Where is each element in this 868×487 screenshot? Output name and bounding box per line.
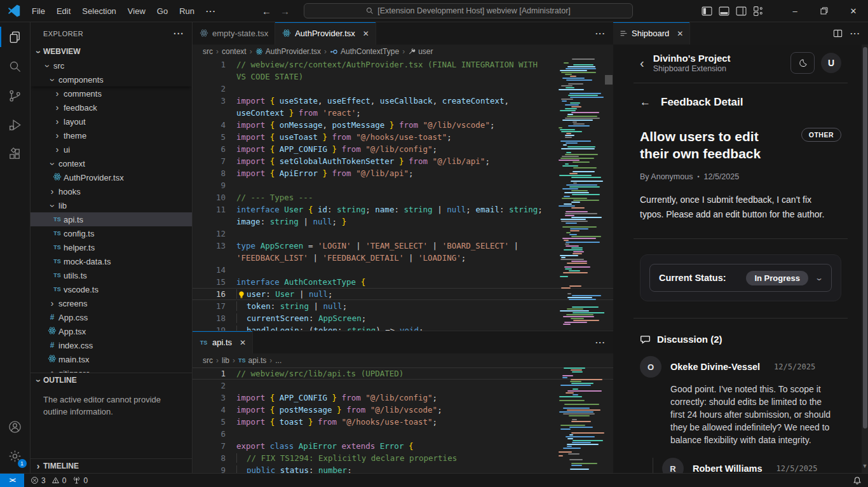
section-timeline[interactable]: › TIMELINE: [31, 458, 192, 473]
editor-more-actions[interactable]: ···: [595, 29, 606, 38]
tree-item-AuthProvider.tsx[interactable]: AuthProvider.tsx: [31, 170, 192, 184]
code-line[interactable]: image: string | null; }: [193, 216, 613, 228]
code-line[interactable]: 8import { ApiError } from "@/lib/api";: [193, 167, 613, 179]
settings-gear-icon[interactable]: 1: [0, 441, 31, 470]
breadcrumb-more[interactable]: ...: [275, 356, 281, 365]
menu-edit[interactable]: Edit: [51, 4, 76, 18]
toggle-panel-icon[interactable]: [719, 6, 729, 17]
tree-item-screens[interactable]: ›screens: [31, 296, 192, 310]
tree-item-mock-data.ts[interactable]: TSmock-data.ts: [31, 254, 192, 268]
ports-indicator[interactable]: 0: [72, 476, 88, 485]
tab-shipboard[interactable]: Shipboard ✕: [613, 22, 690, 45]
tree-item-index.css[interactable]: #index.css: [31, 338, 192, 352]
code-line[interactable]: 3import { APP_CONFIG } from "@/lib/confi…: [193, 392, 613, 404]
editor-scrollbar[interactable]: [605, 75, 613, 85]
user-avatar[interactable]: U: [821, 53, 841, 73]
scroll-down-arrow-icon[interactable]: ▼: [862, 463, 868, 469]
code-line[interactable]: 17 token: string | null;: [193, 300, 613, 312]
back-chevron-icon[interactable]: ‹: [640, 56, 644, 71]
menu-file[interactable]: File: [27, 4, 50, 18]
breadcrumb-file[interactable]: TS api.ts: [238, 356, 266, 365]
code-line[interactable]: 3import { useState, useEffect, useCallba…: [193, 95, 613, 107]
breadcrumb-src[interactable]: src: [203, 356, 213, 365]
activity-run-debug[interactable]: [0, 110, 31, 139]
code-line[interactable]: 11interface User { id: string; name: str…: [193, 203, 613, 216]
code-line[interactable]: 1// webview/src/context/AuthProvider.tsx…: [193, 58, 613, 71]
tab-empty-state[interactable]: empty-state.tsx: [193, 22, 275, 45]
code-line[interactable]: 9: [193, 179, 613, 191]
tree-item-utils.ts[interactable]: TSutils.ts: [31, 268, 192, 282]
section-outline[interactable]: › OUTLINE: [31, 373, 192, 387]
toggle-secondary-sidebar-icon[interactable]: [736, 6, 747, 17]
command-center[interactable]: [Extension Development Host] webview [Ad…: [304, 3, 633, 18]
explorer-more-actions[interactable]: ···: [173, 29, 184, 39]
tree-item-ui[interactable]: ›ui: [31, 142, 192, 156]
code-line[interactable]: 9 public status: number;: [193, 464, 613, 473]
back-arrow-icon[interactable]: ←: [640, 96, 651, 109]
toggle-sidebar-icon[interactable]: [702, 6, 712, 17]
tree-item-main.tsx[interactable]: main.tsx: [31, 352, 192, 366]
tree-item-App.tsx[interactable]: App.tsx: [31, 324, 192, 338]
tree-item-layout[interactable]: ›layout: [31, 114, 192, 128]
code-line[interactable]: VS CODE STATE): [193, 71, 613, 83]
minimize-button[interactable]: –: [780, 0, 810, 22]
code-line[interactable]: 19 handleLogin: (token: string) => void;: [193, 324, 613, 331]
breadcrumb-file[interactable]: AuthProvider.tsx: [255, 47, 321, 56]
tree-item-theme[interactable]: ›theme: [31, 128, 192, 142]
tree-item-context[interactable]: ›context: [31, 156, 192, 170]
code-line[interactable]: 8 // FIX TS1294: Explicitly declare prop…: [193, 452, 613, 464]
status-select[interactable]: Current Status: In Progress ⌄: [649, 264, 832, 292]
tree-item-config.ts[interactable]: TSconfig.ts: [31, 226, 192, 240]
account-icon[interactable]: [0, 412, 31, 441]
tree-item-helper.ts[interactable]: TShelper.ts: [31, 240, 192, 254]
editor-more-actions[interactable]: ···: [595, 338, 606, 347]
menu-view[interactable]: View: [123, 4, 151, 18]
tree-item-App.css[interactable]: #App.css: [31, 310, 192, 324]
forward-arrow-icon[interactable]: →: [280, 6, 290, 17]
problems-indicator[interactable]: 3 0: [31, 476, 66, 485]
tree-item-vscode.ts[interactable]: TSvscode.ts: [31, 282, 192, 296]
code-line[interactable]: 7export class ApiError extends Error {: [193, 440, 613, 452]
close-tab-icon[interactable]: ✕: [363, 29, 369, 38]
activity-extensions[interactable]: [0, 139, 31, 168]
bell-icon[interactable]: [853, 476, 862, 485]
code-line[interactable]: 6: [193, 428, 613, 440]
tree-item-api.ts[interactable]: TSapi.ts: [31, 212, 192, 226]
code-editor-authprovider[interactable]: 1// webview/src/context/AuthProvider.tsx…: [193, 58, 613, 331]
minimap[interactable]: [559, 367, 604, 473]
code-line[interactable]: 14: [193, 264, 613, 276]
split-editor-icon[interactable]: [833, 29, 843, 38]
minimap[interactable]: [559, 58, 604, 331]
tree-item-src[interactable]: ›src: [31, 58, 192, 72]
activity-source-control[interactable]: [0, 81, 31, 110]
tree-item-feedback[interactable]: ›feedback: [31, 100, 192, 114]
breadcrumb-lib[interactable]: lib: [222, 356, 229, 365]
breadcrumb-src[interactable]: src: [203, 47, 213, 56]
close-tab-icon[interactable]: ✕: [240, 338, 246, 347]
tree-item-lib[interactable]: ›lib: [31, 198, 192, 212]
code-line[interactable]: 18 currentScreen: AppScreen;: [193, 312, 613, 324]
code-line[interactable]: 10// --- Types ---: [193, 191, 613, 203]
code-line[interactable]: 7import { setGlobalAuthTokenSetter } fro…: [193, 155, 613, 167]
code-line[interactable]: 12: [193, 228, 613, 240]
code-line[interactable]: 1// webview/src/lib/api.ts (UPDATED): [193, 367, 613, 380]
customize-layout-icon[interactable]: [753, 6, 764, 17]
breadcrumb-symbol-interface[interactable]: AuthContextType: [330, 47, 399, 56]
menu-run[interactable]: Run: [174, 4, 200, 18]
back-arrow-icon[interactable]: ←: [262, 6, 271, 17]
section-webview[interactable]: › WEBVIEW: [31, 45, 192, 58]
webview-scrollbar[interactable]: ▼: [862, 45, 868, 473]
activity-search[interactable]: [0, 51, 31, 81]
code-line[interactable]: 13type AppScreen = 'LOGIN' | 'TEAM_SELEC…: [193, 240, 613, 252]
activity-explorer[interactable]: [0, 22, 31, 51]
tree-item-comments[interactable]: ›comments: [31, 86, 192, 100]
breadcrumb-context[interactable]: context: [222, 47, 247, 56]
code-editor-api[interactable]: 1// webview/src/lib/api.ts (UPDATED)23im…: [193, 367, 613, 473]
tree-item-gitignore[interactable]: ◆gitignore: [31, 366, 192, 373]
tab-authprovider[interactable]: AuthProvider.tsx ✕: [275, 22, 376, 45]
code-line[interactable]: 6import { APP_CONFIG } from "@/lib/confi…: [193, 143, 613, 155]
code-line[interactable]: 2: [193, 83, 613, 95]
breadcrumb-symbol-user[interactable]: user: [408, 47, 433, 56]
panel-more-actions[interactable]: ···: [850, 29, 860, 38]
restore-button[interactable]: [810, 0, 839, 22]
